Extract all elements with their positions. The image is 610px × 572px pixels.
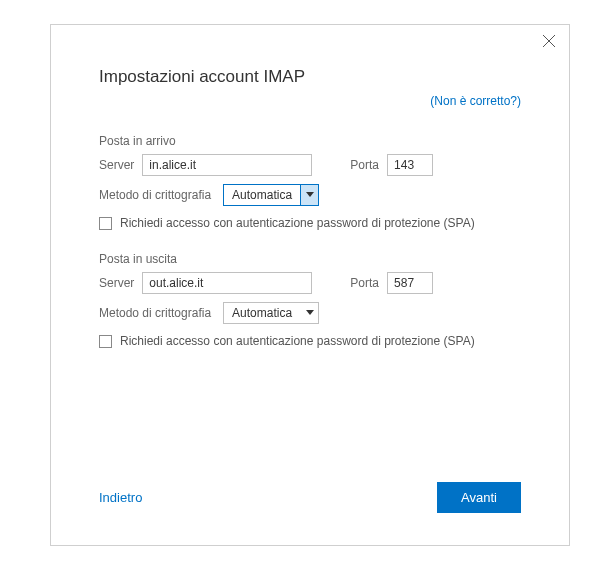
- incoming-server-label: Server: [99, 158, 134, 172]
- svg-marker-3: [306, 310, 314, 315]
- outgoing-server-input[interactable]: [142, 272, 312, 294]
- imap-settings-dialog: Impostazioni account IMAP (Non è corrett…: [50, 24, 570, 546]
- incoming-server-input[interactable]: [142, 154, 312, 176]
- incoming-section-label: Posta in arrivo: [99, 134, 521, 148]
- outgoing-port-label: Porta: [350, 276, 379, 290]
- incoming-encryption-label: Metodo di crittografia: [99, 188, 211, 202]
- incoming-spa-label: Richiedi accesso con autenticazione pass…: [120, 216, 475, 230]
- outgoing-spa-checkbox[interactable]: [99, 335, 112, 348]
- dialog-title: Impostazioni account IMAP: [99, 67, 521, 87]
- outgoing-server-label: Server: [99, 276, 134, 290]
- outgoing-encryption-value: Automatica: [224, 306, 300, 320]
- close-icon[interactable]: [541, 33, 557, 49]
- chevron-down-icon: [300, 303, 318, 323]
- incoming-port-input[interactable]: [387, 154, 433, 176]
- outgoing-spa-label: Richiedi accesso con autenticazione pass…: [120, 334, 475, 348]
- back-button[interactable]: Indietro: [99, 490, 142, 505]
- incoming-spa-checkbox[interactable]: [99, 217, 112, 230]
- outgoing-encryption-dropdown[interactable]: Automatica: [223, 302, 319, 324]
- outgoing-encryption-label: Metodo di crittografia: [99, 306, 211, 320]
- outgoing-port-input[interactable]: [387, 272, 433, 294]
- chevron-down-icon: [300, 185, 318, 205]
- incoming-port-label: Porta: [350, 158, 379, 172]
- not-correct-link[interactable]: (Non è corretto?): [430, 94, 521, 108]
- outgoing-section-label: Posta in uscita: [99, 252, 521, 266]
- incoming-encryption-dropdown[interactable]: Automatica: [223, 184, 319, 206]
- next-button[interactable]: Avanti: [437, 482, 521, 513]
- incoming-encryption-value: Automatica: [224, 188, 300, 202]
- svg-marker-2: [306, 192, 314, 197]
